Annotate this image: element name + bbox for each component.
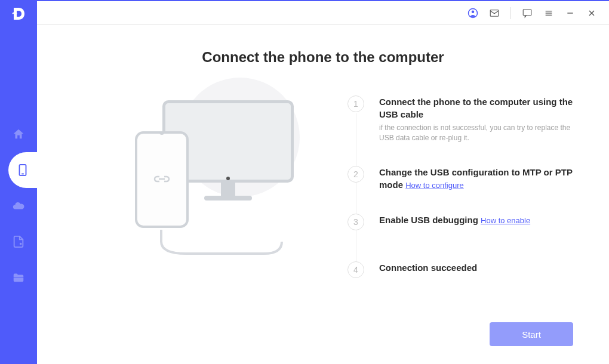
page-title: Connect the phone to the computer bbox=[73, 49, 573, 66]
folder-icon bbox=[12, 271, 25, 284]
app-logo bbox=[0, 0, 37, 27]
start-button[interactable]: Start bbox=[490, 322, 573, 346]
content: Connect the phone to the computer bbox=[37, 25, 609, 322]
step-desc: if the connection is not successful, you… bbox=[379, 123, 573, 143]
topbar bbox=[37, 0, 609, 25]
user-icon[interactable] bbox=[467, 8, 478, 18]
divider bbox=[510, 7, 511, 19]
footer: Start bbox=[37, 322, 609, 364]
step-number: 3 bbox=[347, 214, 364, 230]
svg-rect-6 bbox=[523, 10, 531, 16]
svg-rect-5 bbox=[490, 10, 499, 16]
step-1: 1 Connect the phone to the computer usin… bbox=[347, 95, 573, 143]
steps-list: 1 Connect the phone to the computer usin… bbox=[347, 95, 573, 310]
phone-graphic bbox=[135, 131, 189, 228]
menu-icon[interactable] bbox=[543, 8, 554, 18]
sidebar-item-folder[interactable] bbox=[0, 260, 37, 295]
sidebar-item-document[interactable] bbox=[0, 224, 37, 260]
step-2: 2 Change the USB configuration to MTP or… bbox=[347, 166, 573, 191]
connection-illustration bbox=[73, 95, 324, 274]
how-to-configure-link[interactable]: How to configure bbox=[405, 181, 464, 190]
how-to-enable-link[interactable]: How to enable bbox=[481, 216, 530, 225]
svg-point-2 bbox=[20, 243, 21, 245]
minimize-icon[interactable] bbox=[565, 8, 576, 18]
step-title: Connect the phone to the computer using … bbox=[379, 95, 573, 121]
svg-rect-0 bbox=[20, 165, 26, 175]
body-row: 1 Connect the phone to the computer usin… bbox=[73, 95, 573, 310]
cable-graphic bbox=[156, 230, 288, 272]
sidebar-item-cloud[interactable] bbox=[0, 188, 37, 224]
main-area: Connect the phone to the computer bbox=[37, 0, 609, 364]
step-number: 4 bbox=[347, 261, 364, 278]
step-number: 2 bbox=[347, 166, 364, 183]
sidebar bbox=[0, 0, 37, 364]
svg-point-4 bbox=[472, 10, 475, 13]
home-icon bbox=[12, 128, 25, 141]
step-3: 3 Enable USB debugging How to enable bbox=[347, 214, 573, 230]
phone-icon bbox=[16, 164, 29, 177]
sidebar-item-home[interactable] bbox=[0, 116, 37, 152]
chat-icon[interactable] bbox=[522, 8, 533, 18]
mail-icon[interactable] bbox=[489, 8, 500, 18]
document-icon bbox=[12, 235, 25, 248]
step-number: 1 bbox=[347, 95, 364, 112]
step-title: Connection succeeded bbox=[379, 261, 573, 274]
cloud-icon bbox=[12, 199, 25, 212]
step-title: Change the USB configuration to MTP or P… bbox=[379, 166, 573, 191]
close-icon[interactable] bbox=[586, 8, 597, 18]
link-icon bbox=[153, 171, 171, 188]
sidebar-item-phone[interactable] bbox=[8, 152, 37, 188]
step-title: Enable USB debugging How to enable bbox=[379, 214, 573, 226]
step-4: 4 Connection succeeded bbox=[347, 261, 573, 278]
